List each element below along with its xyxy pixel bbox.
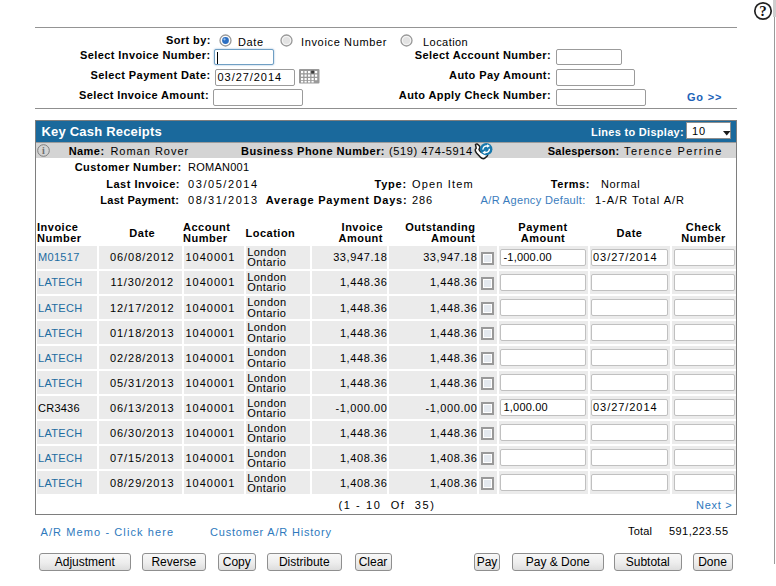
svg-text:?: ? <box>759 3 767 19</box>
